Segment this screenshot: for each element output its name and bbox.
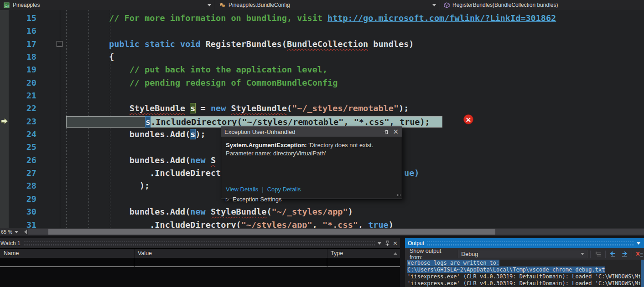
code-token [226, 103, 231, 113]
code-token: ( [266, 207, 271, 216]
output-vertical-scrollbar[interactable] [641, 260, 644, 287]
code-token: s [190, 129, 195, 139]
execution-pointer-icon[interactable] [1, 118, 8, 124]
column-header-value[interactable]: Value [135, 249, 327, 258]
code-token: .IncludeDirect [150, 168, 221, 178]
toolbar-separator [632, 251, 632, 258]
csharp-project-icon: C# [4, 2, 10, 8]
project-dropdown[interactable]: C# Pineapples [0, 0, 215, 10]
titlebar-texture [23, 241, 375, 246]
panel-splitter[interactable] [400, 238, 405, 287]
watch-grid-header: Name Value Type [0, 248, 400, 258]
output-line: C:\Users\GHISLA~2\AppData\Local\Temp\vsc… [407, 266, 644, 273]
code-token: RegisterBundles( [201, 39, 287, 49]
exception-popup-title: Exception User-Unhandled [224, 128, 295, 135]
watch-cell-name[interactable] [0, 258, 135, 267]
horizontal-scrollbar-thumb[interactable] [48, 229, 495, 235]
code-token: "~/_styles/remotable" [292, 103, 399, 113]
code-token: // put back into the application level, [130, 65, 327, 74]
output-source-select[interactable]: Debug [458, 250, 587, 258]
code-token: .IncludeDirectory("~/styles/remotable", … [151, 117, 442, 127]
code-token: bundles) [368, 39, 414, 49]
code-token: "~/styles/app" [241, 220, 312, 228]
line-number: 27 [0, 167, 36, 179]
zoom-level[interactable]: 65 % [0, 229, 14, 235]
window-position-icon[interactable] [637, 242, 640, 246]
type-dropdown[interactable]: Pineapples.BundleConfig [215, 0, 440, 10]
code-line: 22StyleBundle s = new StyleBundle("~/_st… [0, 102, 644, 115]
member-dropdown[interactable]: RegisterBundles(BundleCollection bundles… [440, 0, 644, 10]
toolbar-separator [590, 251, 591, 258]
watch-title-bar[interactable]: Watch 1 × [0, 238, 400, 248]
code-token: ); [140, 181, 150, 190]
close-icon[interactable]: × [393, 241, 398, 246]
window-position-icon[interactable] [378, 242, 381, 246]
show-output-from-label: Show output from: [410, 248, 455, 261]
scroll-left-icon[interactable] [22, 230, 27, 234]
copy-details-link[interactable]: Copy Details [267, 186, 301, 193]
close-icon[interactable]: × [393, 129, 399, 134]
output-log: Verbose logs are written to:C:\Users\GHI… [405, 260, 644, 287]
exception-popup-header[interactable]: Exception User-Unhandled × [221, 127, 402, 137]
code-line: 15// For more information on bundling, v… [0, 12, 644, 25]
code-token[interactable]: http://go.microsoft.com/fwlink/?LinkId=3… [327, 13, 556, 23]
line-number: 26 [0, 154, 36, 167]
exception-settings-expander[interactable]: ▷ Exception Settings [226, 196, 281, 203]
error-x-glyph: × [465, 115, 471, 124]
chevron-down-icon [208, 4, 211, 8]
code-token: ) [348, 207, 353, 216]
link-separator: | [262, 186, 263, 193]
watch-cell-value[interactable] [135, 258, 327, 267]
code-token: "*.css" [322, 220, 358, 228]
zoom-dropdown-icon[interactable] [15, 231, 18, 235]
exception-settings-label: Exception Settings [233, 196, 282, 203]
code-token: bundles.Add( [130, 207, 191, 216]
code-token: s [190, 103, 195, 113]
error-badge-icon[interactable]: × [463, 114, 473, 124]
watch-empty-row[interactable] [0, 258, 400, 267]
output-title-bar[interactable]: Output [405, 238, 644, 248]
code-line: 30bundles.Add(new StyleBundle("~/_styles… [0, 205, 644, 218]
pin-icon[interactable] [385, 241, 390, 246]
exception-popup-body: System.ArgumentException: 'Directory doe… [221, 137, 402, 199]
clear-all-icon[interactable] [635, 250, 644, 258]
code-token: // pending redesign of CommonBundleConfi… [130, 78, 338, 87]
find-message-icon[interactable] [593, 250, 602, 258]
column-header-type[interactable]: Type [327, 249, 400, 258]
pin-icon[interactable] [383, 129, 389, 134]
code-token: { [109, 52, 114, 62]
line-number: 20 [0, 77, 36, 89]
column-header-name[interactable]: Name [0, 249, 135, 258]
code-line: 21 [0, 89, 644, 102]
type-dropdown-label: Pineapples.BundleConfig [229, 2, 290, 8]
horizontal-scrollbar[interactable] [28, 229, 644, 235]
watch-panel: Watch 1 × Name Value Type [0, 238, 400, 287]
line-number: 17 [0, 38, 36, 51]
view-details-link[interactable]: View Details [226, 186, 258, 193]
code-token: public static void [109, 39, 200, 49]
code-line: 18{ [0, 51, 644, 63]
code-token: , [358, 220, 368, 228]
project-dropdown-label: Pineapples [13, 2, 40, 8]
line-number: 25 [0, 141, 36, 154]
output-line: Verbose logs are written to: [407, 260, 644, 266]
chevron-down-icon [432, 4, 436, 8]
exception-links: View Details | Copy Details [226, 186, 301, 193]
code-token: ( [287, 103, 292, 113]
next-message-icon[interactable] [620, 250, 629, 258]
toolbar-separator [605, 251, 606, 258]
code-token: StyleBundle [130, 103, 186, 113]
watch-cell-type[interactable] [327, 258, 400, 267]
resize-grip[interactable] [397, 194, 401, 198]
scroll-up-icon[interactable] [394, 251, 397, 255]
exception-message: System.ArgumentException: 'Directory doe… [226, 141, 397, 158]
code-token: s [145, 117, 151, 127]
output-line: 'iisexpress.exe' (CLR v4.0.30319: Defaul… [407, 273, 644, 280]
fold-toggle-icon[interactable] [57, 41, 62, 47]
previous-message-icon[interactable] [608, 250, 618, 258]
method-icon [444, 2, 450, 8]
code-token: S [211, 155, 216, 165]
code-token: "~/_styles/app" [272, 207, 348, 216]
line-number: 31 [0, 219, 36, 228]
code-token [206, 207, 211, 216]
